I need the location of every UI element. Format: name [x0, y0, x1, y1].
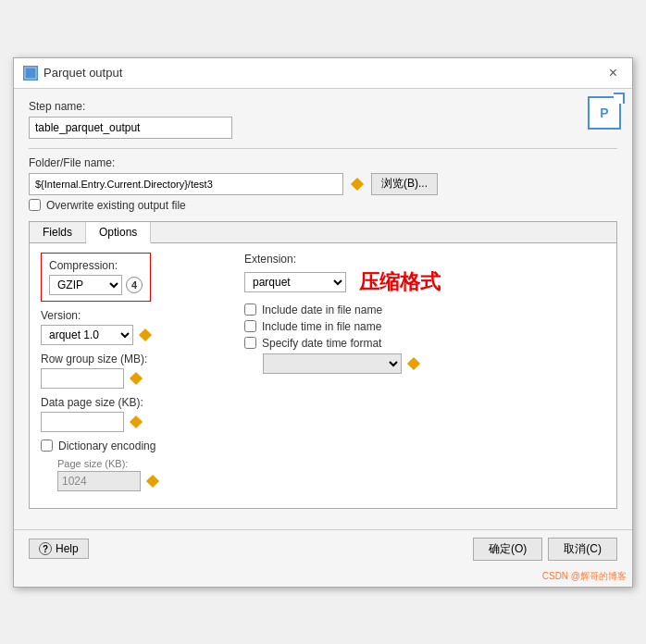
divider-1: [29, 148, 617, 149]
data-page-section: Data page size (KB):: [41, 396, 226, 432]
footer-left: ? Help: [29, 539, 89, 559]
include-date-label: Include date in file name: [262, 303, 382, 316]
folder-row: 浏览(B)...: [29, 173, 617, 195]
page-size-diamond-btn[interactable]: [144, 473, 161, 489]
dict-check-row: Dictionary encoding: [41, 440, 226, 452]
compression-box: Compression: GZIP SNAPPY NONE LZO 4: [41, 253, 151, 302]
page-size-input[interactable]: [57, 471, 141, 491]
row-group-label: Row group size (MB):: [41, 353, 226, 365]
parquet-output-dialog: P Parquet output × P Step name: Folder/F…: [13, 57, 633, 588]
title-bar-left: P Parquet output: [23, 66, 122, 80]
data-page-input[interactable]: [41, 412, 124, 432]
row-group-input[interactable]: [41, 368, 124, 389]
row-group-diamond-btn[interactable]: [128, 370, 144, 387]
datetime-diamond-btn[interactable]: [405, 355, 422, 372]
close-button[interactable]: ×: [603, 64, 623, 82]
version-row: arquet 1.0 arquet 2.0: [41, 325, 226, 345]
compression-annotation: 压缩格式: [359, 268, 441, 296]
row-group-section: Row group size (MB):: [41, 353, 226, 389]
title-bar: P Parquet output ×: [14, 58, 632, 89]
version-label: Version:: [41, 309, 226, 322]
page-size-section: Page size (KB):: [41, 458, 226, 491]
tab-bar: Fields Options: [30, 222, 616, 243]
specify-datetime-row: Specify date time format: [244, 337, 605, 350]
dialog-icon: P: [23, 66, 38, 80]
ok-button[interactable]: 确定(O): [473, 538, 542, 561]
browse-button[interactable]: 浏览(B)...: [371, 173, 438, 195]
include-time-checkbox[interactable]: [244, 320, 256, 332]
dialog-title: Parquet output: [43, 66, 122, 80]
tab-fields[interactable]: Fields: [30, 222, 86, 242]
dictionary-section: Dictionary encoding Page size (KB):: [41, 440, 226, 491]
footer-right: 确定(O) 取消(C): [473, 538, 617, 561]
extension-row: parquet 压缩格式: [244, 268, 605, 296]
dialog-footer: ? Help 确定(O) 取消(C): [14, 529, 632, 568]
specify-datetime-label: Specify date time format: [262, 337, 381, 350]
compression-label: Compression:: [49, 259, 143, 272]
compression-badge: 4: [126, 277, 143, 293]
include-time-row: Include time in file name: [244, 320, 605, 333]
datetime-format-row: [244, 353, 605, 374]
help-button[interactable]: ? Help: [29, 539, 89, 559]
dictionary-label: Dictionary encoding: [58, 440, 155, 452]
version-select[interactable]: arquet 1.0 arquet 2.0: [41, 325, 133, 345]
extension-select[interactable]: parquet: [244, 272, 346, 292]
step-name-input[interactable]: [29, 117, 232, 139]
dictionary-checkbox[interactable]: [41, 440, 53, 452]
folder-diamond-btn[interactable]: [349, 176, 366, 192]
parquet-logo: P: [588, 96, 621, 130]
svg-text:P: P: [28, 69, 33, 78]
compression-select[interactable]: GZIP SNAPPY NONE LZO: [49, 275, 122, 295]
overwrite-label: Overwrite existing output file: [46, 199, 186, 212]
version-diamond-btn[interactable]: [137, 327, 154, 343]
help-icon: ?: [39, 542, 52, 555]
overwrite-row: Overwrite existing output file: [29, 199, 617, 212]
data-page-row: [41, 412, 226, 432]
tab-options[interactable]: Options: [86, 222, 151, 243]
specify-datetime-checkbox[interactable]: [244, 337, 256, 349]
watermark: CSDN @辉哥的博客: [14, 568, 632, 587]
extension-label: Extension:: [244, 253, 605, 266]
data-page-label: Data page size (KB):: [41, 396, 226, 409]
dialog-body: P Step name: Folder/File name: 浏览(B)... …: [14, 89, 632, 529]
tabs-panel: Fields Options Compression: GZIP SNAPPY …: [29, 221, 617, 509]
options-right-col: Extension: parquet 压缩格式 Include date in …: [244, 253, 605, 499]
include-date-checkbox[interactable]: [244, 303, 256, 316]
compression-row: GZIP SNAPPY NONE LZO 4: [49, 275, 143, 295]
page-size-label: Page size (KB):: [57, 458, 226, 469]
data-page-diamond-btn[interactable]: [128, 414, 144, 430]
page-size-row: [57, 471, 226, 491]
extension-section: Extension: parquet 压缩格式: [244, 253, 605, 296]
options-tab-content: Compression: GZIP SNAPPY NONE LZO 4: [30, 243, 616, 508]
parquet-icon-area: P: [577, 89, 632, 137]
datetime-format-select[interactable]: [263, 353, 402, 374]
version-section: Version: arquet 1.0 arquet 2.0: [41, 309, 226, 345]
include-time-label: Include time in file name: [262, 320, 381, 333]
include-date-row: Include date in file name: [244, 303, 605, 316]
folder-label: Folder/File name:: [29, 156, 617, 169]
overwrite-checkbox[interactable]: [29, 199, 41, 211]
options-left-col: Compression: GZIP SNAPPY NONE LZO 4: [41, 253, 226, 499]
row-group-row: [41, 368, 226, 389]
folder-input[interactable]: [29, 173, 343, 195]
step-name-label: Step name:: [29, 100, 617, 113]
cancel-button[interactable]: 取消(C): [548, 538, 617, 561]
